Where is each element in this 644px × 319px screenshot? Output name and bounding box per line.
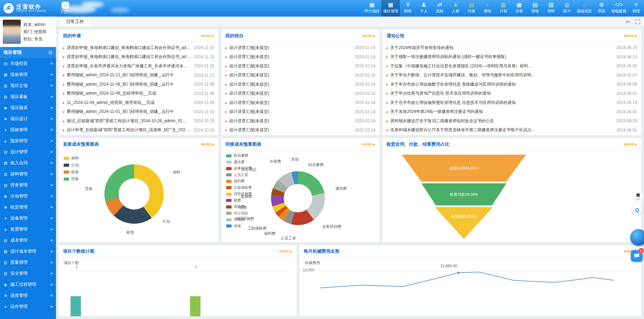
list-item[interactable]: ▸费用报销_admin_2024-11-06_部门经理审批_胡建_,运行中202…: [63, 80, 214, 89]
sidebar-item[interactable]: ▤成本管理▶: [0, 235, 56, 246]
sidebar-item[interactable]: ◆分包管理▶: [0, 191, 56, 202]
sidebar-item[interactable]: ●招标管理▶: [0, 124, 56, 135]
fullscreen-icon[interactable]: [635, 19, 641, 25]
top-nav-item-chart[interactable]: ▥计划: [495, 0, 511, 17]
top-nav-item-people[interactable]: ♟人事: [448, 0, 464, 17]
list-item[interactable]: ▸关于举办市政公用设施数字化管理信息 系统建设与应用培训班的通知2024.06.…: [386, 80, 637, 89]
funnel-stage[interactable]: 租赁合同44.36%: [402, 155, 526, 182]
list-item[interactable]: ▸设计进度汇报(未提交)2025.02.14: [225, 98, 375, 107]
list-item[interactable]: ▸设计进度汇报(未提交)2025.02.14: [225, 71, 375, 80]
list-item[interactable]: ▸住房和城乡建设部办公厅关于同意吉林省开展二级建造师注册证书电子化试点...20…: [386, 126, 637, 135]
top-nav-item-search-doc[interactable]: ◎客户: [559, 0, 575, 17]
list-item[interactable]: ▸关于发放2024年第24批一级建造师注册证书的通知2024.06.01: [386, 107, 637, 117]
sidebar-item[interactable]: ▧安全管理▶: [0, 268, 56, 279]
legend-item[interactable]: 职员餐费: [226, 153, 252, 159]
sidebar-item[interactable]: ●设备管理▶: [0, 213, 56, 224]
assistant-icon[interactable]: [630, 229, 644, 246]
legend-item[interactable]: 劳务: [64, 175, 79, 182]
list-item[interactable]: ▸于征集《中国建筑施工行业信息化发展报告 (2024) —BIM应用与发展》材料…: [386, 61, 637, 71]
chat-button[interactable]: 45: [631, 250, 643, 262]
sidebar-item[interactable]: ■项目设计▶: [0, 113, 56, 124]
gear-icon[interactable]: ⚙: [48, 50, 53, 55]
top-nav-item-speaker[interactable]: ♪通知: [479, 0, 495, 17]
ca-side-widget[interactable]: CA: [633, 192, 643, 202]
list-item[interactable]: ▸费用报销_admin_2024-11-01_部门经理审批_胡建_,运行中202…: [63, 107, 214, 117]
list-item[interactable]: ▸关于2024年国庆节放假安排的通知2024.06.15: [386, 43, 637, 52]
list-item[interactable]: ▸费用报销_admin_2024-11-12_部门经理审批_胡建_,运行中202…: [63, 71, 214, 80]
list-item[interactable]: ▸设计进度汇报(未提交)2025.02.14: [225, 61, 375, 71]
top-nav-item-grid[interactable]: ▦项目管理: [381, 0, 400, 17]
top-nav-item-money[interactable]: ¥财务: [400, 0, 416, 17]
donut-chart[interactable]: [104, 164, 164, 224]
more-button[interactable]: MORE▶: [279, 250, 292, 253]
more-button[interactable]: MORE▶: [362, 143, 375, 146]
legend-item[interactable]: 办公用品: [226, 210, 252, 217]
top-nav-item-report[interactable]: ▤报告: [527, 0, 543, 17]
top-nav-item-bank[interactable]: ⌂基础信息: [575, 0, 594, 17]
key-icon[interactable]: [625, 19, 631, 25]
top-nav-item-portal[interactable]: ⌂ 门户: [56, 0, 75, 17]
list-item[interactable]: ▸设计审查_彭祖新城"四馆"景观工程设计项目_请选择_胡广生_2024-10-2…: [63, 126, 214, 135]
sidebar-item[interactable]: ▦投标管理▶: [0, 69, 56, 80]
list-item[interactable]: ▸费用报销_admin_2024-11-06_总经理审批__完成2024.11.…: [63, 89, 214, 98]
list-item[interactable]: ▸进度款申报_珠海鹤港口建设_珠海鹤港口建设工程合作协议书_admin_...2…: [63, 43, 214, 52]
qq-service-icon[interactable]: Q: [632, 204, 642, 215]
funnel-stage[interactable]: 租赁结算26.6%: [435, 207, 493, 239]
sidebar-item[interactable]: ◆项目报表▶: [0, 102, 56, 113]
sidebar-item[interactable]: ▥质量管理▶: [0, 257, 56, 268]
sidebar-item[interactable]: ◆施工过程管理▶: [0, 279, 56, 290]
donut-chart[interactable]: [271, 171, 325, 225]
top-nav-item-code[interactable]: </>智能建模: [609, 0, 628, 17]
tab-daily-work[interactable]: 日常工作: [59, 17, 91, 27]
list-item[interactable]: ▸设计进度汇报(未提交)2025.02.14: [225, 89, 375, 98]
sidebar-item[interactable]: ▤设计管理▶: [0, 146, 56, 157]
sidebar-item[interactable]: ▥材料管理▶: [0, 168, 56, 180]
list-item[interactable]: ▸关于举办住房与房地产信息化 技术及应用培训班的通知2024.06.01: [386, 89, 637, 98]
sidebar-item[interactable]: ■进度管理▶: [0, 290, 56, 301]
more-button[interactable]: MORE▶: [362, 34, 375, 38]
legend-item[interactable]: 租赁: [64, 168, 79, 175]
bar[interactable]: [190, 296, 200, 316]
more-button[interactable]: MORE▶: [624, 143, 637, 146]
list-item[interactable]: ▸关于召开市政公用设施智慧化管理信息 信息技术与应用培训班的通知2024.06.…: [386, 98, 637, 107]
more-button[interactable]: MORE▶: [201, 34, 214, 38]
list-item[interactable]: ▸设计进度汇报(未提交)2025.02.14: [225, 126, 375, 135]
list-item[interactable]: ▸测试_彭祖新城"四馆"景观工程设计项目_2024-10-29_admin_结束…: [63, 116, 214, 126]
list-item[interactable]: ▸设计进度汇报(未提交)2025.02.14: [225, 80, 375, 89]
list-item[interactable]: ▸关于举办大数据、云计算技术在城市建设、规划、管理与服务中的应用培训班...20…: [386, 71, 637, 80]
sidebar-item[interactable]: ▥项目立项▶: [0, 80, 56, 91]
list-item[interactable]: ▸进度款申报_珠海鹤港口建设_珠海鹤港口建设工程合作协议书_admin_...2…: [63, 52, 214, 62]
list-item[interactable]: ▸房和城乡建设厅关于取消二级建造师临时执业证书的公告2023.08.29: [386, 116, 637, 126]
legend-item[interactable]: 工程保险费: [226, 185, 252, 191]
list-item[interactable]: ▸设计进度汇报(未提交)2025.02.14: [225, 116, 375, 126]
legend-item[interactable]: 分包: [64, 162, 79, 168]
bar[interactable]: [71, 296, 81, 316]
top-nav-item-layers[interactable]: ▤行政: [464, 0, 479, 17]
sidebar-item[interactable]: ●证件管理▶: [0, 301, 56, 312]
list-item[interactable]: ▸关于领取一级注册建造师培训贴的通知 (须持一建证书前来领取)2024.06.1…: [386, 52, 637, 62]
sidebar-item[interactable]: ▤市场经营▶: [0, 58, 56, 69]
legend-item[interactable]: 材料: [64, 155, 79, 162]
list-item[interactable]: ▸设计进度汇报(未提交)2025.02.14: [225, 43, 375, 52]
sidebar-item[interactable]: ▧项目看板▶: [0, 91, 56, 102]
top-nav-item-flow[interactable]: ⇄流程: [432, 0, 448, 17]
list-item[interactable]: ▸11_2024-11-04_admin_经营部_领导审批__完成2024.11…: [63, 98, 214, 107]
sidebar-item[interactable]: ▲发票管理▶: [0, 224, 56, 235]
legend-item[interactable]: 福利费: [226, 178, 252, 185]
funnel-stage[interactable]: 租赁付款29.04%: [421, 183, 506, 205]
avatar[interactable]: [3, 20, 21, 44]
top-nav-item-grid[interactable]: ▦甲方项目: [363, 0, 381, 17]
top-nav-item-calendar[interactable]: ▦任务: [511, 0, 527, 17]
top-nav-item-person[interactable]: ♟个人: [416, 0, 432, 17]
more-button[interactable]: MORE▶: [624, 34, 637, 38]
list-item[interactable]: ▸进度款申报_长春市伊通河水力发电厂改建工程_长春市伊通河水力发电...2024…: [63, 61, 214, 71]
more-button[interactable]: MORE▶: [201, 143, 214, 146]
sidebar-item[interactable]: ▲预算管理▶: [0, 135, 56, 146]
sidebar-item[interactable]: ▦收入合同▶: [0, 157, 56, 168]
top-nav-item-sliders[interactable]: ≡管理: [628, 0, 644, 17]
legend-item[interactable]: 人员工资: [226, 172, 252, 178]
top-nav-item-doc[interactable]: ▧资料: [543, 0, 559, 17]
list-item[interactable]: ▸设计进度汇报(未提交)2025.02.14: [225, 107, 375, 117]
sidebar-item[interactable]: ▦设计成本管理▶: [0, 246, 56, 257]
list-item[interactable]: ▸设计进度汇报(未提交)2025.02.14: [225, 52, 375, 62]
